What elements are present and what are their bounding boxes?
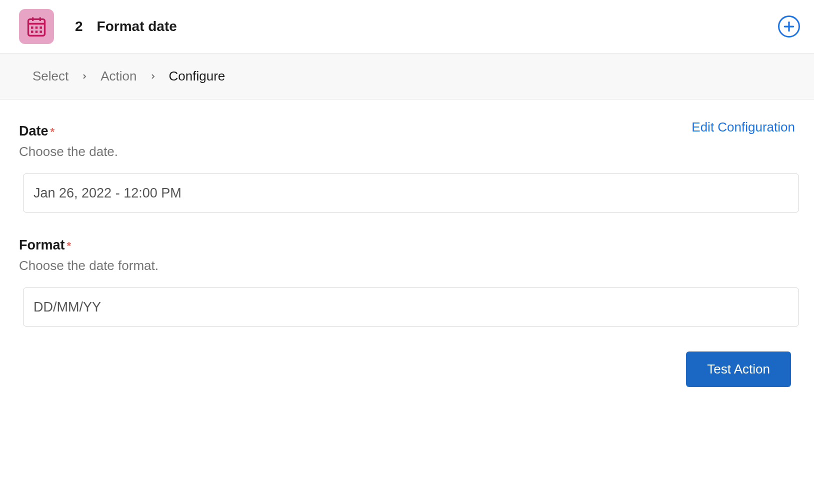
date-input-value: Jan 26, 2022 - 12:00 PM bbox=[34, 186, 182, 201]
field-group-date: Date * Choose the date. Jan 26, 2022 - 1… bbox=[19, 124, 795, 212]
content-area: Edit Configuration Date * Choose the dat… bbox=[0, 100, 814, 406]
calendar-icon bbox=[26, 16, 48, 38]
header-left: 2 Format date bbox=[19, 9, 177, 44]
format-input[interactable]: DD/MM/YY bbox=[23, 288, 799, 326]
breadcrumb: Select Action Configure bbox=[0, 54, 814, 100]
field-group-format: Format * Choose the date format. DD/MM/Y… bbox=[19, 238, 795, 326]
edit-configuration-link[interactable]: Edit Configuration bbox=[692, 120, 795, 135]
breadcrumb-item-action[interactable]: Action bbox=[100, 68, 136, 84]
format-field-label: Format bbox=[19, 238, 65, 253]
svg-rect-9 bbox=[40, 30, 42, 33]
format-input-value: DD/MM/YY bbox=[34, 300, 101, 315]
breadcrumb-item-select[interactable]: Select bbox=[32, 68, 68, 84]
field-label-row: Format * bbox=[19, 238, 795, 253]
add-step-button[interactable] bbox=[778, 16, 800, 38]
format-field-description: Choose the date format. bbox=[19, 258, 795, 274]
date-field-description: Choose the date. bbox=[19, 144, 795, 160]
required-asterisk-icon: * bbox=[50, 126, 55, 138]
svg-rect-4 bbox=[31, 26, 34, 29]
actions-row: Test Action bbox=[19, 352, 795, 387]
step-number: 2 bbox=[75, 18, 83, 34]
plus-icon bbox=[782, 20, 796, 33]
date-field-label: Date bbox=[19, 124, 48, 139]
svg-rect-5 bbox=[36, 26, 38, 29]
test-action-button[interactable]: Test Action bbox=[686, 352, 791, 387]
breadcrumb-item-configure[interactable]: Configure bbox=[169, 68, 226, 84]
svg-rect-8 bbox=[36, 30, 38, 33]
date-input[interactable]: Jan 26, 2022 - 12:00 PM bbox=[23, 174, 799, 212]
step-title: Format date bbox=[97, 18, 177, 34]
chevron-right-icon bbox=[149, 72, 157, 80]
svg-rect-7 bbox=[31, 30, 34, 33]
required-asterisk-icon: * bbox=[67, 240, 72, 252]
field-label-row: Date * bbox=[19, 124, 795, 139]
step-icon-box bbox=[19, 9, 54, 44]
step-header: 2 Format date bbox=[0, 0, 814, 54]
chevron-right-icon bbox=[80, 72, 88, 80]
svg-rect-6 bbox=[40, 26, 42, 29]
